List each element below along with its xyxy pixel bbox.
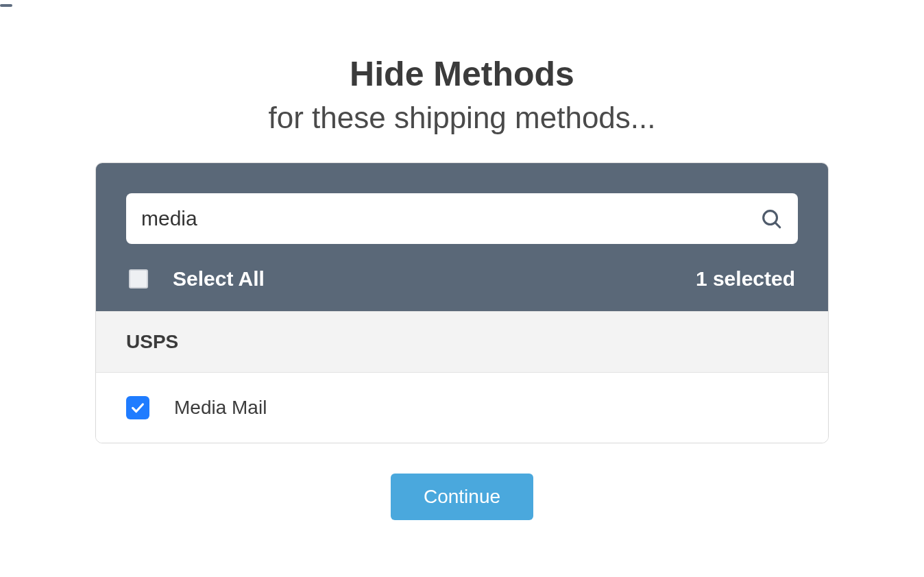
search-input[interactable] xyxy=(141,207,759,230)
panel-header: Select All 1 selected xyxy=(96,163,828,311)
selected-count: 1 selected xyxy=(696,267,795,291)
method-checkbox[interactable] xyxy=(126,396,149,419)
select-all-row: Select All 1 selected xyxy=(126,267,798,291)
dialog-title: Hide Methods xyxy=(95,55,829,95)
select-all-left: Select All xyxy=(129,267,265,291)
search-icon[interactable] xyxy=(759,207,783,230)
dialog-subtitle: for these shipping methods... xyxy=(95,97,829,138)
group-title: USPS xyxy=(126,331,798,353)
decorative-dash xyxy=(0,4,12,7)
search-field-wrap xyxy=(126,193,798,244)
dialog-container: Hide Methods for these shipping methods.… xyxy=(95,0,829,520)
select-all-label: Select All xyxy=(173,267,265,291)
method-row-media-mail[interactable]: Media Mail xyxy=(96,373,828,443)
dialog-footer: Continue xyxy=(95,474,829,520)
dialog-heading: Hide Methods for these shipping methods.… xyxy=(95,55,829,138)
methods-panel: Select All 1 selected USPS Media Mail xyxy=(95,162,829,443)
method-label: Media Mail xyxy=(174,397,267,419)
continue-button[interactable]: Continue xyxy=(391,474,533,520)
svg-line-1 xyxy=(775,223,780,228)
select-all-checkbox[interactable] xyxy=(129,269,148,288)
group-header-usps: USPS xyxy=(96,311,828,373)
check-icon xyxy=(130,400,145,415)
